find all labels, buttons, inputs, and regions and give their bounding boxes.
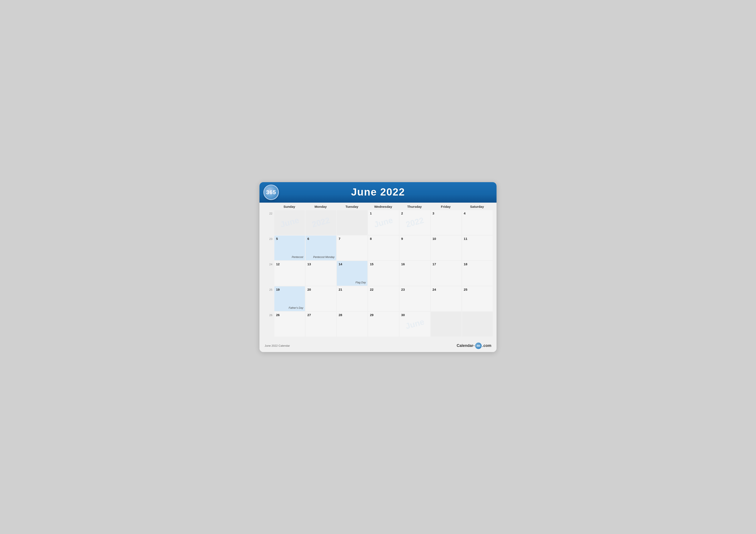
date-number: 20: [307, 288, 335, 291]
footer-badge: 365: [475, 343, 482, 349]
date-number: 4: [464, 212, 491, 215]
calendar-cell: 8: [368, 236, 399, 260]
week-num-header: [263, 203, 274, 210]
date-number: 19: [276, 288, 303, 291]
calendar-cell: 9: [399, 236, 430, 260]
date-number: 7: [338, 237, 366, 241]
calendar-cell: 26: [274, 312, 305, 337]
calendar-cell: 1June: [368, 210, 399, 235]
day-header-friday: Friday: [430, 203, 461, 210]
calendar-cell: 12: [274, 261, 305, 286]
calendar-cell: 30June: [399, 312, 430, 337]
date-number: 2: [401, 212, 428, 215]
calendar-cell: 4: [462, 210, 493, 235]
date-number: 11: [464, 237, 491, 241]
week-number-26: 26: [263, 312, 274, 337]
calendar-grid: 22June20221June2202234235Pentecost6Pente…: [263, 210, 493, 337]
calendar-container: 365 June 2022 Sunday Monday Tuesday Wedn…: [259, 182, 497, 352]
calendar-cell: 10: [431, 236, 461, 260]
day-header-monday: Monday: [305, 203, 336, 210]
date-number: 13: [307, 262, 335, 266]
day-header-thursday: Thursday: [399, 203, 430, 210]
date-number: 23: [401, 288, 428, 291]
calendar-cell: 7: [337, 236, 367, 260]
calendar-cell: June: [274, 210, 305, 235]
watermark-text: June: [404, 317, 425, 331]
calendar-cell: 17: [431, 261, 461, 286]
date-number: 15: [370, 262, 397, 266]
week-number-23: 23: [263, 236, 274, 260]
date-number: 6: [307, 237, 335, 241]
date-number: 22: [370, 288, 397, 291]
date-number: 26: [276, 313, 303, 317]
calendar-cell: 29: [368, 312, 399, 337]
date-number: 28: [338, 313, 366, 317]
calendar-footer: June 2022 Calendar Calendar- 365 .com: [259, 341, 497, 352]
calendar-cell: 19Father's Day: [274, 286, 305, 311]
event-label: Pentecost: [292, 256, 303, 259]
days-header: Sunday Monday Tuesday Wednesday Thursday…: [263, 203, 493, 210]
week-number-25: 25: [263, 286, 274, 311]
date-number: 27: [307, 313, 335, 317]
footer-right: Calendar- 365 .com: [457, 343, 491, 349]
watermark-text: June: [279, 216, 300, 229]
calendar-title: June 2022: [351, 186, 405, 198]
calendar-cell: 16: [399, 261, 430, 286]
date-number: 16: [401, 262, 428, 266]
date-number: 24: [433, 288, 460, 291]
watermark-text: June: [373, 216, 394, 229]
calendar-body: Sunday Monday Tuesday Wednesday Thursday…: [259, 203, 497, 341]
date-number: 8: [370, 237, 397, 241]
event-label: Father's Day: [288, 306, 303, 309]
day-header-saturday: Saturday: [461, 203, 493, 210]
date-number: 1: [370, 212, 397, 215]
calendar-cell: 11: [462, 236, 493, 260]
date-number: 9: [401, 237, 428, 241]
footer-left-label: June 2022 Calendar: [265, 344, 290, 347]
watermark-text: 2022: [405, 216, 425, 229]
date-number: 3: [433, 212, 460, 215]
date-number: 12: [276, 262, 303, 266]
watermark-text: 2022: [311, 216, 331, 229]
calendar-cell: 2022: [306, 210, 336, 235]
calendar-cell: 24: [431, 286, 461, 311]
date-number: 17: [433, 262, 460, 266]
date-number: 21: [338, 288, 366, 291]
calendar-cell: 3: [431, 210, 461, 235]
calendar-cell: 6Pentecost Monday: [306, 236, 336, 260]
calendar-cell: [462, 312, 493, 337]
date-number: 29: [370, 313, 397, 317]
calendar-cell: 18: [462, 261, 493, 286]
calendar-cell: 20: [306, 286, 336, 311]
day-header-tuesday: Tuesday: [336, 203, 367, 210]
event-label: Pentecost Monday: [313, 256, 335, 259]
date-number: 18: [464, 262, 491, 266]
calendar-cell: 22022: [399, 210, 430, 235]
footer-calendar-text: Calendar-: [457, 343, 474, 348]
date-number: 25: [464, 288, 491, 291]
calendar-cell: 28: [337, 312, 367, 337]
date-number: 10: [433, 237, 460, 241]
calendar-header: 365 June 2022: [259, 182, 497, 203]
logo-badge: 365: [263, 185, 279, 200]
date-number: 30: [401, 313, 428, 317]
date-number: 14: [338, 262, 366, 266]
week-number-24: 24: [263, 261, 274, 286]
calendar-cell: 13: [306, 261, 336, 286]
calendar-cell: [431, 312, 461, 337]
calendar-cell: 25: [462, 286, 493, 311]
calendar-cell: 15: [368, 261, 399, 286]
calendar-cell: 21: [337, 286, 367, 311]
calendar-cell: 14Flag Day: [337, 261, 367, 286]
week-number-22: 22: [263, 210, 274, 235]
calendar-cell: [337, 210, 367, 235]
footer-dot-com: .com: [482, 343, 491, 348]
calendar-cell: 23: [399, 286, 430, 311]
date-number: 5: [276, 237, 303, 241]
day-header-wednesday: Wednesday: [367, 203, 399, 210]
day-header-sunday: Sunday: [274, 203, 305, 210]
event-label: Flag Day: [355, 281, 366, 284]
calendar-cell: 22: [368, 286, 399, 311]
calendar-cell: 5Pentecost: [274, 236, 305, 260]
calendar-cell: 27: [306, 312, 336, 337]
